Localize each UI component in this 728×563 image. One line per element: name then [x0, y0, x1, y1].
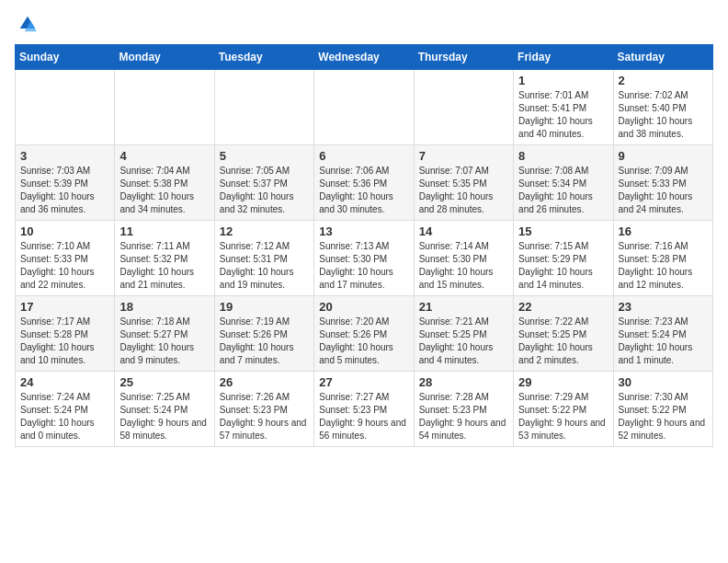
day-info: Sunrise: 7:12 AM Sunset: 5:31 PM Dayligh… — [220, 240, 309, 292]
logo-icon — [18, 15, 37, 33]
weekday-header-row: SundayMondayTuesdayWednesdayThursdayFrid… — [16, 45, 713, 70]
weekday-header-monday: Monday — [115, 45, 214, 70]
day-info: Sunrise: 7:19 AM Sunset: 5:26 PM Dayligh… — [220, 316, 309, 367]
day-number: 2 — [619, 74, 708, 87]
day-info: Sunrise: 7:18 AM Sunset: 5:27 PM Dayligh… — [119, 316, 209, 367]
week-row-1: 1Sunrise: 7:01 AM Sunset: 5:41 PM Daylig… — [16, 70, 713, 145]
day-number: 1 — [518, 74, 608, 87]
day-number: 5 — [220, 149, 309, 163]
day-cell: 8Sunrise: 7:08 AM Sunset: 5:34 PM Daylig… — [514, 145, 613, 221]
day-cell — [16, 70, 115, 145]
day-cell — [314, 70, 414, 145]
day-cell — [414, 70, 513, 145]
week-row-2: 3Sunrise: 7:03 AM Sunset: 5:39 PM Daylig… — [16, 145, 713, 221]
day-info: Sunrise: 7:13 AM Sunset: 5:30 PM Dayligh… — [319, 240, 408, 292]
day-number: 9 — [619, 149, 708, 163]
day-info: Sunrise: 7:08 AM Sunset: 5:34 PM Dayligh… — [518, 165, 608, 216]
day-number: 13 — [319, 224, 408, 238]
day-number: 10 — [20, 224, 109, 238]
day-info: Sunrise: 7:30 AM Sunset: 5:22 PM Dayligh… — [619, 391, 708, 442]
day-cell: 27Sunrise: 7:27 AM Sunset: 5:23 PM Dayli… — [314, 372, 414, 447]
logo — [15, 15, 37, 33]
day-info: Sunrise: 7:26 AM Sunset: 5:23 PM Dayligh… — [220, 391, 309, 442]
weekday-header-sunday: Sunday — [16, 45, 115, 70]
day-number: 19 — [220, 300, 309, 314]
day-number: 25 — [119, 375, 209, 389]
day-number: 30 — [619, 375, 708, 389]
day-info: Sunrise: 7:28 AM Sunset: 5:23 PM Dayligh… — [419, 391, 508, 442]
day-cell: 19Sunrise: 7:19 AM Sunset: 5:26 PM Dayli… — [214, 296, 313, 372]
day-cell: 4Sunrise: 7:04 AM Sunset: 5:38 PM Daylig… — [115, 145, 214, 221]
day-cell — [115, 70, 214, 145]
week-row-4: 17Sunrise: 7:17 AM Sunset: 5:28 PM Dayli… — [16, 296, 713, 372]
day-number: 12 — [220, 224, 309, 238]
day-number: 11 — [119, 224, 209, 238]
week-row-5: 24Sunrise: 7:24 AM Sunset: 5:24 PM Dayli… — [16, 372, 713, 447]
day-info: Sunrise: 7:24 AM Sunset: 5:24 PM Dayligh… — [20, 391, 109, 442]
day-number: 4 — [119, 149, 209, 163]
day-cell: 16Sunrise: 7:16 AM Sunset: 5:28 PM Dayli… — [613, 221, 712, 296]
day-number: 22 — [518, 300, 608, 314]
day-info: Sunrise: 7:25 AM Sunset: 5:24 PM Dayligh… — [119, 391, 209, 442]
page-header — [15, 15, 713, 33]
day-number: 17 — [20, 300, 109, 314]
day-cell: 20Sunrise: 7:20 AM Sunset: 5:26 PM Dayli… — [314, 296, 414, 372]
day-cell: 1Sunrise: 7:01 AM Sunset: 5:41 PM Daylig… — [514, 70, 613, 145]
day-info: Sunrise: 7:29 AM Sunset: 5:22 PM Dayligh… — [518, 391, 608, 442]
day-info: Sunrise: 7:20 AM Sunset: 5:26 PM Dayligh… — [319, 316, 408, 367]
day-cell: 29Sunrise: 7:29 AM Sunset: 5:22 PM Dayli… — [514, 372, 613, 447]
day-info: Sunrise: 7:09 AM Sunset: 5:33 PM Dayligh… — [619, 165, 708, 216]
day-cell: 14Sunrise: 7:14 AM Sunset: 5:30 PM Dayli… — [414, 221, 513, 296]
day-cell: 11Sunrise: 7:11 AM Sunset: 5:32 PM Dayli… — [115, 221, 214, 296]
day-number: 15 — [518, 224, 608, 238]
day-cell: 6Sunrise: 7:06 AM Sunset: 5:36 PM Daylig… — [314, 145, 414, 221]
day-info: Sunrise: 7:22 AM Sunset: 5:25 PM Dayligh… — [518, 316, 608, 367]
day-number: 21 — [419, 300, 508, 314]
day-cell: 7Sunrise: 7:07 AM Sunset: 5:35 PM Daylig… — [414, 145, 513, 221]
day-cell — [214, 70, 313, 145]
day-number: 28 — [419, 375, 508, 389]
day-cell: 17Sunrise: 7:17 AM Sunset: 5:28 PM Dayli… — [16, 296, 115, 372]
day-cell: 10Sunrise: 7:10 AM Sunset: 5:33 PM Dayli… — [16, 221, 115, 296]
day-cell: 23Sunrise: 7:23 AM Sunset: 5:24 PM Dayli… — [613, 296, 712, 372]
day-cell: 21Sunrise: 7:21 AM Sunset: 5:25 PM Dayli… — [414, 296, 513, 372]
weekday-header-wednesday: Wednesday — [314, 45, 414, 70]
day-info: Sunrise: 7:04 AM Sunset: 5:38 PM Dayligh… — [119, 165, 209, 216]
day-info: Sunrise: 7:23 AM Sunset: 5:24 PM Dayligh… — [619, 316, 708, 367]
day-cell: 13Sunrise: 7:13 AM Sunset: 5:30 PM Dayli… — [314, 221, 414, 296]
day-cell: 3Sunrise: 7:03 AM Sunset: 5:39 PM Daylig… — [16, 145, 115, 221]
day-number: 3 — [20, 149, 109, 163]
day-number: 20 — [319, 300, 408, 314]
day-cell: 12Sunrise: 7:12 AM Sunset: 5:31 PM Dayli… — [214, 221, 313, 296]
day-number: 8 — [518, 149, 608, 163]
day-cell: 24Sunrise: 7:24 AM Sunset: 5:24 PM Dayli… — [16, 372, 115, 447]
day-info: Sunrise: 7:15 AM Sunset: 5:29 PM Dayligh… — [518, 240, 608, 292]
day-info: Sunrise: 7:16 AM Sunset: 5:28 PM Dayligh… — [619, 240, 708, 292]
weekday-header-tuesday: Tuesday — [214, 45, 313, 70]
day-cell: 18Sunrise: 7:18 AM Sunset: 5:27 PM Dayli… — [115, 296, 214, 372]
day-cell: 30Sunrise: 7:30 AM Sunset: 5:22 PM Dayli… — [613, 372, 712, 447]
day-number: 7 — [419, 149, 508, 163]
day-number: 23 — [619, 300, 708, 314]
day-number: 14 — [419, 224, 508, 238]
day-info: Sunrise: 7:02 AM Sunset: 5:40 PM Dayligh… — [619, 89, 708, 141]
day-cell: 22Sunrise: 7:22 AM Sunset: 5:25 PM Dayli… — [514, 296, 613, 372]
day-number: 6 — [319, 149, 408, 163]
day-info: Sunrise: 7:10 AM Sunset: 5:33 PM Dayligh… — [20, 240, 109, 292]
day-info: Sunrise: 7:03 AM Sunset: 5:39 PM Dayligh… — [20, 165, 109, 216]
day-info: Sunrise: 7:11 AM Sunset: 5:32 PM Dayligh… — [119, 240, 209, 292]
day-info: Sunrise: 7:21 AM Sunset: 5:25 PM Dayligh… — [419, 316, 508, 367]
day-info: Sunrise: 7:06 AM Sunset: 5:36 PM Dayligh… — [319, 165, 408, 216]
day-cell: 28Sunrise: 7:28 AM Sunset: 5:23 PM Dayli… — [414, 372, 513, 447]
day-cell: 25Sunrise: 7:25 AM Sunset: 5:24 PM Dayli… — [115, 372, 214, 447]
day-number: 26 — [220, 375, 309, 389]
day-info: Sunrise: 7:05 AM Sunset: 5:37 PM Dayligh… — [220, 165, 309, 216]
day-info: Sunrise: 7:27 AM Sunset: 5:23 PM Dayligh… — [319, 391, 408, 442]
day-cell: 9Sunrise: 7:09 AM Sunset: 5:33 PM Daylig… — [613, 145, 712, 221]
weekday-header-saturday: Saturday — [613, 45, 712, 70]
day-number: 24 — [20, 375, 109, 389]
day-cell: 5Sunrise: 7:05 AM Sunset: 5:37 PM Daylig… — [214, 145, 313, 221]
day-cell: 2Sunrise: 7:02 AM Sunset: 5:40 PM Daylig… — [613, 70, 712, 145]
calendar-table: SundayMondayTuesdayWednesdayThursdayFrid… — [15, 44, 713, 447]
day-info: Sunrise: 7:07 AM Sunset: 5:35 PM Dayligh… — [419, 165, 508, 216]
